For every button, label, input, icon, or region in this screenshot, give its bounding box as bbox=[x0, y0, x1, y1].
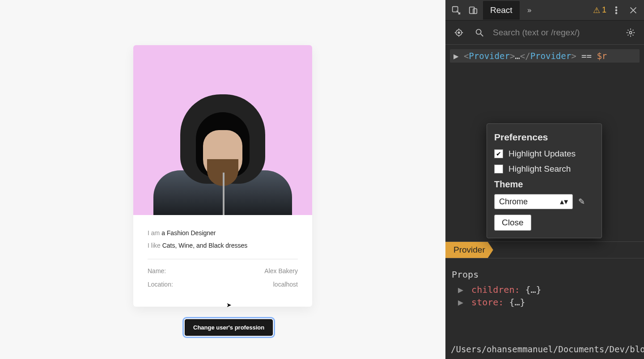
props-title: Props bbox=[452, 269, 638, 280]
svg-point-9 bbox=[629, 31, 632, 34]
kebab-menu-icon[interactable] bbox=[609, 3, 623, 17]
cursor-icon: ➤ bbox=[226, 301, 232, 308]
devtools-pane: React » ⚠ 1 ▶ <Provider>…</Provider> == … bbox=[445, 0, 644, 359]
prop-row[interactable]: ▶ store: {…} bbox=[458, 297, 638, 308]
app-pane: I am a Fashion Designer I like Cats, Win… bbox=[0, 0, 445, 359]
component-tree: ▶ <Provider>…</Provider> == $r bbox=[445, 45, 644, 67]
tab-react[interactable]: React bbox=[483, 1, 520, 20]
svg-point-3 bbox=[616, 7, 617, 8]
props-panel: Props ▶ children: {…} ▶ store: {…} /User… bbox=[445, 264, 644, 359]
change-profession-button[interactable]: Change user's profession bbox=[185, 319, 273, 336]
theme-heading: Theme bbox=[494, 179, 594, 190]
svg-rect-2 bbox=[473, 8, 477, 13]
bio-value: Cats, Wine, and Black dresses bbox=[162, 242, 248, 249]
pref-label: Highlight Updates bbox=[508, 149, 576, 159]
theme-select-value: Chrome bbox=[499, 197, 528, 207]
theme-select[interactable]: Chrome ▴▾ bbox=[494, 194, 573, 209]
prop-key: store: bbox=[471, 297, 504, 308]
svg-point-7 bbox=[458, 32, 460, 34]
target-icon[interactable] bbox=[452, 25, 466, 40]
bio-line-likes: I like Cats, Wine, and Black dresses bbox=[148, 242, 298, 249]
expand-triangle-icon[interactable]: ▶ bbox=[453, 51, 458, 61]
settings-gear-icon[interactable] bbox=[623, 25, 638, 40]
prop-value: {…} bbox=[509, 297, 525, 308]
profile-card: I am a Fashion Designer I like Cats, Win… bbox=[133, 45, 312, 307]
prop-row[interactable]: ▶ children: {…} bbox=[458, 284, 638, 295]
pref-row-highlight-search[interactable]: Highlight Search bbox=[494, 164, 594, 174]
bio-lead: I like bbox=[148, 242, 162, 249]
checkbox-highlight-search[interactable] bbox=[494, 165, 503, 173]
source-file: /Users/ohansemmanuel/Documents/Dev/blogs… bbox=[451, 344, 644, 354]
breadcrumb-item[interactable]: Provider bbox=[445, 242, 493, 258]
divider bbox=[148, 259, 298, 259]
breadcrumb-bar: Provider bbox=[445, 241, 644, 258]
pref-row-highlight-updates[interactable]: Highlight Updates bbox=[494, 149, 594, 159]
meta-label: Name: bbox=[148, 267, 166, 275]
svg-point-8 bbox=[476, 29, 481, 34]
profile-photo bbox=[133, 45, 312, 215]
prop-value: {…} bbox=[525, 284, 542, 295]
meta-value: localhost bbox=[273, 281, 298, 288]
checkbox-highlight-updates[interactable] bbox=[494, 149, 503, 158]
svg-point-5 bbox=[616, 12, 617, 13]
warnings-badge[interactable]: ⚠ 1 bbox=[593, 5, 606, 15]
expand-triangle-icon[interactable]: ▶ bbox=[458, 284, 463, 295]
devtools-search-row bbox=[445, 21, 644, 45]
warning-count: 1 bbox=[602, 5, 606, 15]
profile-body: I am a Fashion Designer I like Cats, Win… bbox=[133, 215, 312, 307]
preferences-title: Preferences bbox=[494, 132, 594, 143]
close-devtools-icon[interactable] bbox=[626, 3, 640, 17]
source-path[interactable]: /Users/ohansemmanuel/Documents/Dev/blogs… bbox=[451, 343, 639, 355]
bio-line-profession: I am a Fashion Designer bbox=[148, 229, 298, 237]
chevron-updown-icon: ▴▾ bbox=[560, 197, 568, 207]
prop-key: children: bbox=[471, 284, 520, 295]
svg-point-4 bbox=[616, 9, 617, 11]
meta-row-name: Name: Alex Bakery bbox=[148, 267, 298, 275]
search-icon[interactable] bbox=[472, 25, 487, 40]
pref-label: Highlight Search bbox=[508, 164, 571, 174]
meta-value: Alex Bakery bbox=[264, 267, 298, 275]
search-input[interactable] bbox=[493, 28, 617, 38]
expand-triangle-icon[interactable]: ▶ bbox=[458, 297, 463, 308]
tree-row-provider[interactable]: ▶ <Provider>…</Provider> == $r bbox=[450, 49, 640, 63]
warning-icon: ⚠ bbox=[593, 5, 600, 15]
svg-rect-1 bbox=[470, 7, 475, 13]
tabs-overflow-icon[interactable]: » bbox=[522, 3, 537, 17]
meta-row-location: Location: localhost bbox=[148, 281, 298, 288]
preferences-close-button[interactable]: Close bbox=[494, 215, 531, 231]
meta-label: Location: bbox=[148, 281, 173, 288]
bio-lead: I am bbox=[148, 229, 161, 237]
pencil-icon[interactable]: ✎ bbox=[578, 197, 585, 207]
bio-value: a Fashion Designer bbox=[161, 229, 216, 237]
preferences-popover: Preferences Highlight Updates Highlight … bbox=[487, 123, 602, 238]
device-toggle-icon[interactable] bbox=[466, 3, 480, 17]
inspect-element-icon[interactable] bbox=[449, 3, 463, 17]
devtools-tabbar: React » ⚠ 1 bbox=[445, 0, 644, 21]
